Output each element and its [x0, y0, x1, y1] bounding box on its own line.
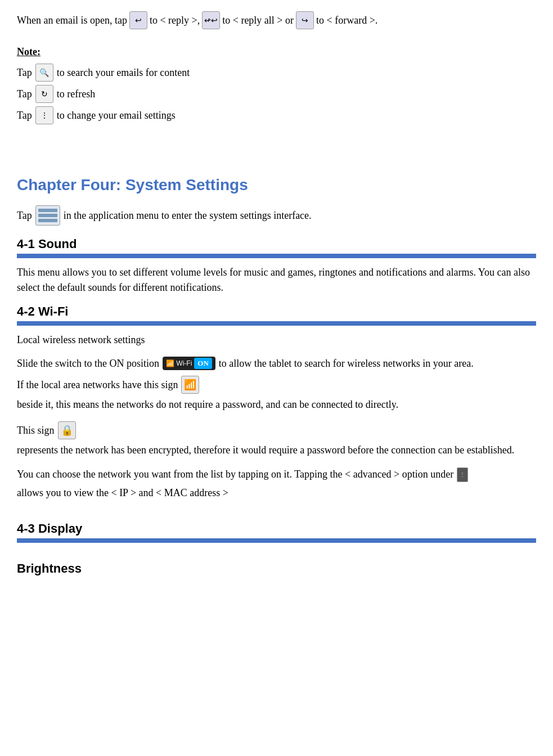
wifi-on-label: ON: [194, 358, 212, 369]
wifi-open-row: If the local area networks have this sig…: [17, 376, 536, 412]
wifi-advanced-text: You can choose the network you want from…: [17, 467, 453, 482]
section-sound: 4-1 Sound This menu allows you to set di…: [17, 237, 536, 295]
wifi-open-icon: 📶: [181, 376, 199, 394]
wifi-switch-row: Slide the switch to the ON position 📶 Wi…: [17, 357, 536, 370]
sound-text: This menu allows you to set different vo…: [17, 265, 536, 295]
sound-divider: [17, 254, 536, 258]
wifi-open-text: If the local area networks have this sig…: [17, 377, 178, 393]
wifi-advanced-suffix: allows you to view the < IP > and < MAC …: [17, 485, 228, 501]
intro-prefix: When an email is open, tap: [17, 15, 127, 26]
tap-word-appmenu: Tap: [17, 210, 32, 222]
wifi-slide-suffix: to allow the tablet to search for wirele…: [219, 358, 474, 370]
replyall-label: to < reply all > or: [222, 15, 294, 26]
wifi-slide-text: Slide the switch to the ON position: [17, 358, 159, 370]
reply-icon: ↩: [129, 11, 147, 29]
wifi-advanced-row: You can choose the network you want from…: [17, 467, 536, 501]
wifi-heading: 4-2 Wi-Fi: [17, 304, 536, 319]
wifi-text1: Local wireless network settings: [17, 332, 536, 348]
wifi-divider: [17, 321, 536, 326]
tap-row-refresh: Tap ↻ to refresh: [17, 85, 536, 103]
tap-settings-text: to change your email settings: [57, 110, 176, 122]
tap-appmenu-row: Tap in the application menu to enter the…: [17, 205, 536, 226]
settings-icon: ⋮: [35, 106, 53, 124]
wifi-lock-suffix: represents the network has been encrypte…: [17, 443, 514, 458]
wifi-lock-icon: 🔒: [58, 421, 76, 439]
display-heading: 4-3 Display: [17, 521, 536, 536]
tap-row-search: Tap 🔍 to search your emails for content: [17, 64, 536, 82]
tap-word-settings: Tap: [17, 110, 32, 122]
note-section: Note: Tap 🔍 to search your emails for co…: [17, 46, 536, 124]
tap-appmenu-suffix: in the application menu to enter the sys…: [64, 210, 312, 222]
wifi-lock-row: This sign 🔒 represents the network has b…: [17, 421, 536, 458]
chapter-title: Chapter Four: System Settings: [17, 176, 536, 194]
intro-line: When an email is open, tap ↩ to < reply …: [17, 11, 536, 29]
wifi-lock-text: This sign: [17, 423, 55, 438]
appmenu-icon: [35, 205, 60, 226]
wifi-open-suffix: beside it, this means the networks do no…: [17, 397, 398, 412]
tap-search-text: to search your emails for content: [57, 67, 190, 79]
sound-heading: 4-1 Sound: [17, 237, 536, 251]
brightness-heading: Brightness: [17, 561, 536, 576]
display-divider: [17, 538, 536, 543]
search-icon: 🔍: [35, 64, 53, 82]
svg-rect-0: [38, 209, 57, 212]
overflow-icon: ⋮: [457, 467, 468, 482]
section-display: 4-3 Display Brightness: [17, 521, 536, 576]
svg-rect-2: [38, 219, 57, 222]
forward-label: to < forward >.: [316, 15, 377, 26]
refresh-icon: ↻: [35, 85, 53, 103]
tap-refresh-text: to refresh: [57, 88, 95, 100]
tap-row-settings: Tap ⋮ to change your email settings: [17, 106, 536, 124]
reply-label: to < reply >,: [150, 15, 200, 26]
wifi-on-badge: 📶 Wi-Fi ON: [163, 357, 215, 370]
tap-word-search: Tap: [17, 67, 32, 79]
forward-icon: ↪: [296, 11, 314, 29]
section-wifi: 4-2 Wi-Fi Local wireless network setting…: [17, 304, 536, 521]
svg-rect-1: [38, 214, 57, 217]
tap-word-refresh: Tap: [17, 88, 32, 100]
replyall-icon: ↫↩: [202, 11, 220, 29]
note-title: Note:: [17, 46, 536, 58]
